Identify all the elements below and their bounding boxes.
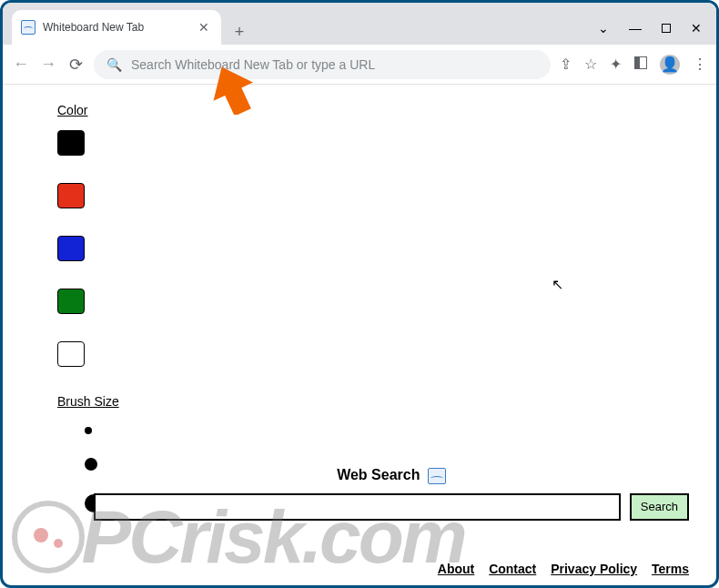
chevron-down-icon[interactable]: ⌄	[598, 21, 609, 35]
brush-size-small[interactable]	[85, 427, 92, 434]
search-input[interactable]	[94, 493, 621, 521]
omnibox-placeholder: Search Whiteboard New Tab or type a URL	[131, 57, 375, 72]
footer-links: About Contact Privacy Policy Terms	[427, 562, 689, 576]
web-search-logo-icon	[428, 468, 446, 484]
maximize-button[interactable]	[662, 21, 671, 35]
web-search-section: Web Search Search	[94, 467, 689, 521]
new-tab-button[interactable]: +	[227, 19, 252, 45]
footer-link-privacy[interactable]: Privacy Policy	[551, 562, 637, 576]
color-swatch-red[interactable]	[57, 183, 85, 208]
reload-button[interactable]: ⟳	[66, 55, 85, 75]
footer-link-contact[interactable]: Contact	[489, 562, 536, 576]
close-tab-icon[interactable]: ✕	[196, 20, 212, 35]
search-button[interactable]: Search	[630, 493, 689, 521]
close-window-button[interactable]: ✕	[691, 21, 702, 35]
share-icon[interactable]: ⇪	[560, 56, 572, 73]
color-swatch-white[interactable]	[57, 341, 85, 367]
back-button[interactable]: ←	[12, 55, 30, 74]
web-search-title: Web Search	[94, 467, 689, 484]
address-bar[interactable]: 🔍 Search Whiteboard New Tab or type a UR…	[94, 50, 551, 79]
tab-favicon	[21, 20, 35, 35]
footer-link-terms[interactable]: Terms	[652, 562, 689, 576]
color-swatch-green[interactable]	[57, 289, 85, 314]
footer-link-about[interactable]: About	[438, 562, 474, 576]
browser-tab[interactable]: Whiteboard New Tab ✕	[12, 10, 221, 45]
color-swatch-blue[interactable]	[57, 236, 85, 261]
color-swatch-black[interactable]	[57, 130, 85, 156]
side-panel-icon[interactable]	[634, 56, 647, 73]
minimize-button[interactable]: —	[629, 21, 642, 35]
profile-avatar[interactable]: 👤	[660, 55, 680, 75]
brush-size-heading: Brush Size	[57, 394, 680, 409]
browser-toolbar: ← → ⟳ 🔍 Search Whiteboard New Tab or typ…	[3, 45, 716, 85]
extensions-icon[interactable]: ✦	[610, 56, 622, 73]
menu-icon[interactable]: ⋮	[693, 56, 707, 73]
web-search-label: Web Search	[337, 467, 420, 482]
tab-title: Whiteboard New Tab	[43, 21, 188, 34]
window-controls: ⌄ — ✕	[598, 21, 716, 45]
window-titlebar: Whiteboard New Tab ✕ + ⌄ — ✕	[3, 3, 716, 45]
page-content: Color Brush Size Web Search Search About…	[3, 85, 716, 585]
color-heading: Color	[57, 103, 680, 117]
search-icon: 🔍	[106, 57, 122, 72]
bookmark-icon[interactable]: ☆	[584, 56, 597, 73]
forward-button[interactable]: →	[39, 55, 57, 74]
